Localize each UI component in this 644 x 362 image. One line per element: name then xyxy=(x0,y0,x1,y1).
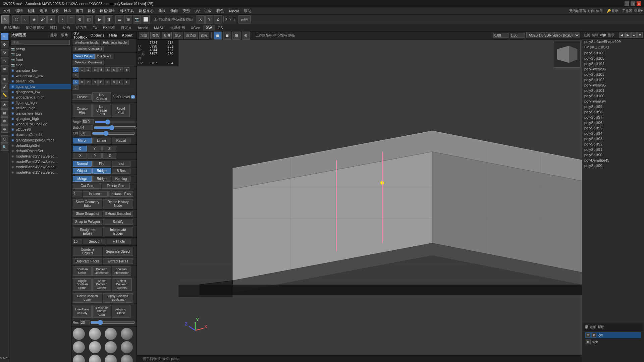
right-item-polysplit103[interactable]: polySplit103 xyxy=(582,72,644,77)
select-tool-btn[interactable]: ↖ xyxy=(1,15,9,23)
combine-objects-btn[interactable]: Combine Objects xyxy=(73,247,102,256)
letter-h-btn[interactable]: H xyxy=(117,80,123,84)
tree-item-persp[interactable]: 📷persp xyxy=(9,46,71,52)
tab-layers[interactable]: 层 xyxy=(585,325,588,329)
crease-btn[interactable]: Crease xyxy=(73,94,92,100)
tree-item-qiangtuo-high[interactable]: ▣qiangtuo_high xyxy=(9,116,71,121)
vp-icon-2[interactable]: ◼ xyxy=(223,32,231,40)
maximize-button[interactable]: □ xyxy=(631,1,635,6)
uncrease-btn[interactable]: Un-Crease xyxy=(92,92,111,102)
tree-item-qiangtuo02[interactable]: ▣qiangtuo02:polySurface xyxy=(9,137,71,143)
tab-object[interactable]: 对象 xyxy=(600,33,606,38)
right-nav-down[interactable]: ▼ xyxy=(637,33,643,38)
menu-edit[interactable]: 编辑 xyxy=(13,8,25,14)
tab-sculpt[interactable]: 雕刻 xyxy=(47,24,60,31)
right-item-polysplit90b[interactable]: polySplit90 xyxy=(582,163,644,168)
num-1-btn[interactable]: 1 xyxy=(79,67,85,72)
interpolate-edges-btn[interactable]: Interpolate Edges xyxy=(103,227,133,236)
universal-tool[interactable]: ⊕ xyxy=(1,65,8,72)
res-input[interactable] xyxy=(80,320,90,325)
select-bool-cutters-btn[interactable]: Select Boolean Cutters xyxy=(112,278,132,291)
straighten-edges-btn[interactable]: Straighten Edges xyxy=(73,227,102,236)
tab-dynamics[interactable]: 动力学 xyxy=(73,24,90,31)
transform-constraint-btn[interactable]: Transfom Constraint xyxy=(73,46,104,51)
letter-i-btn[interactable]: I xyxy=(124,80,129,84)
prtuv-btn[interactable]: prUV xyxy=(238,15,251,23)
z-axis-btn[interactable]: Z xyxy=(102,146,116,152)
tree-item-pcube122[interactable]: ▣woba01:pCube122 xyxy=(9,121,71,127)
right-item-polytweak94[interactable]: polyTweak94 xyxy=(582,99,644,104)
mat-ball-3[interactable] xyxy=(105,328,117,340)
mat-ball-9[interactable] xyxy=(73,355,85,362)
tab-motiongraphics[interactable]: 运动图形 xyxy=(168,24,188,31)
merge-btn[interactable]: Merge xyxy=(73,176,92,182)
freeze-tool[interactable]: ❄ xyxy=(1,117,8,125)
tree-item-wobadanxia-high[interactable]: ▣wobadanxia_high xyxy=(9,95,71,100)
menu-create[interactable]: 创建 xyxy=(25,8,37,14)
right-item-polysplit101[interactable]: polySplit101 xyxy=(582,88,644,93)
deform-btn[interactable]: ◈ xyxy=(30,15,38,23)
nurbs-btn[interactable]: ○ xyxy=(21,15,29,23)
layer-v-btn-low[interactable]: V xyxy=(586,333,590,338)
right-nav-up[interactable]: ▲ xyxy=(631,33,637,38)
letter-f-btn[interactable]: F xyxy=(105,80,110,84)
vp-icon-3[interactable]: ⊞ xyxy=(232,32,240,40)
bridge-btn[interactable]: Bridge xyxy=(92,176,111,182)
menu-mesh-edit[interactable]: 网格编辑 xyxy=(98,8,117,14)
layer-r-btn-high[interactable]: R xyxy=(586,340,591,344)
gs-options-btn[interactable]: Options xyxy=(89,33,107,38)
tree-item-model2view[interactable]: ◉modelPanel2ViewSelec... xyxy=(9,154,71,159)
store-snapshot-btn[interactable]: Store Snapshot xyxy=(73,211,102,217)
tree-item-top[interactable]: 📷top xyxy=(9,52,71,57)
flip-btn[interactable]: Flip xyxy=(92,161,111,167)
renderer-select[interactable]: ACES 1.0 SDR-video (sRGB) xyxy=(526,33,580,38)
show-bool-cutters-btn[interactable]: Show Boolean Cutters xyxy=(92,278,111,291)
rig-btn[interactable]: ✦ xyxy=(47,15,55,23)
letter-c-btn[interactable]: C xyxy=(86,80,91,84)
right-item-polysplit105[interactable]: polySplit105 xyxy=(582,56,644,61)
tab-curves[interactable]: 曲线/曲面 xyxy=(1,24,22,31)
right-item-polysplit98[interactable]: polySplit98 xyxy=(582,109,644,115)
paint-btn[interactable]: 🖌 xyxy=(39,15,47,23)
vp-light-btn[interactable]: 照明 xyxy=(162,32,172,39)
outliner-menu-help[interactable]: 帮助 xyxy=(60,33,69,38)
rotate-tool[interactable]: ↻ xyxy=(1,49,8,56)
right-item-polysplit102[interactable]: polySplit102 xyxy=(582,77,644,82)
layer-p-btn-low[interactable]: P xyxy=(592,333,596,338)
right-item-polysplit106[interactable]: polySplit106 xyxy=(582,50,644,56)
y-axis-btn[interactable]: Y xyxy=(88,146,102,152)
render-btn[interactable]: ▶ xyxy=(96,15,104,23)
right-item-polysplit96[interactable]: polySplit96 xyxy=(582,120,644,125)
mat-ball-1[interactable] xyxy=(73,328,85,340)
menu-uv[interactable]: UV xyxy=(193,8,202,14)
tree-item-jiguang-high[interactable]: ▣jiguang_high xyxy=(9,100,71,105)
right-item-polydeledge45[interactable]: polyDelEdge45 xyxy=(582,158,644,163)
right-item-polysplit99[interactable]: polySplit99 xyxy=(582,104,644,109)
letter-g-btn[interactable]: G xyxy=(111,80,117,84)
letter-a-btn[interactable]: A xyxy=(73,80,78,84)
poly-btn[interactable]: ⬡ xyxy=(12,15,20,23)
menu-mesh-display[interactable]: 网格显示 xyxy=(137,8,156,14)
right-item-polysplit94[interactable]: polySplit94 xyxy=(582,131,644,136)
tab-edit[interactable]: 编辑 xyxy=(592,33,598,38)
mat-ball-4[interactable] xyxy=(121,328,133,340)
right-item-polytweak95[interactable]: polyTweak95 xyxy=(582,82,644,88)
crs-slider[interactable] xyxy=(92,132,135,135)
grid-btn[interactable]: ⊞ xyxy=(124,15,132,23)
tree-item-jiguang-low[interactable]: ▣jiguang_low xyxy=(9,84,71,89)
selection-constraint-btn[interactable]: Selection Constraint xyxy=(73,60,104,65)
viewport-canvas[interactable]: 1734112 U:89982610 Ш:43441310 一形厅:839726… xyxy=(137,40,582,355)
tree-item-model3view[interactable]: ◉modelPanel3ViewSelec... xyxy=(9,159,71,164)
menu-mesh-tools[interactable]: 网格工具 xyxy=(117,8,136,14)
tab-display-right[interactable]: 显示 xyxy=(608,33,614,38)
y-btn[interactable]: Y xyxy=(205,15,213,23)
tab-fx[interactable]: FX xyxy=(90,25,100,31)
crease-plus-btn[interactable]: Crease Plus xyxy=(73,104,92,117)
bool-union-btn[interactable]: Boolean Union xyxy=(73,266,92,276)
radial-btn[interactable]: Radial xyxy=(112,138,130,143)
num-9-btn[interactable]: 9 xyxy=(73,73,78,77)
xray-btn[interactable]: X xyxy=(197,15,205,23)
right-item-polysurface209[interactable]: polySurfaceShape209 xyxy=(582,39,644,44)
menu-help[interactable]: 帮助 xyxy=(242,8,253,14)
soft-select[interactable]: ◉ xyxy=(1,75,8,82)
